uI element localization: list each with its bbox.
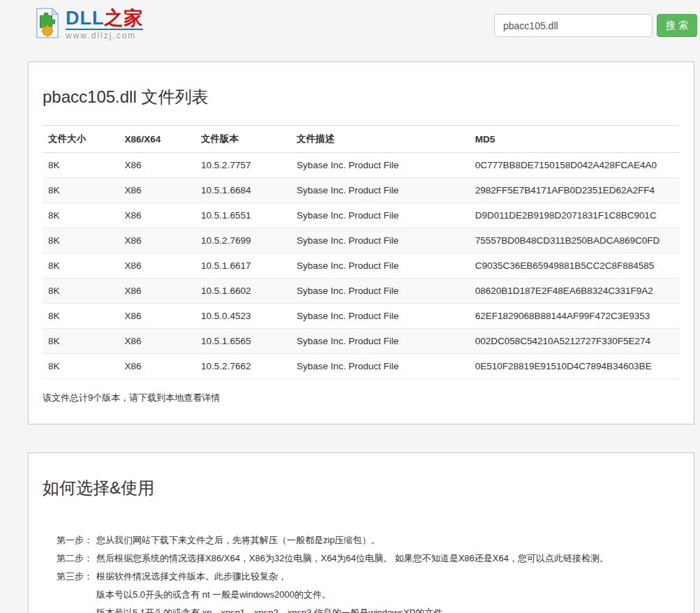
cell-md5: 002DC058C54210A5212727F330F5E274 xyxy=(470,329,680,354)
logo-dll-text: DLL xyxy=(66,8,104,29)
cell-md5: D9D011DE2B9198D2071831F1C8BC901C xyxy=(470,203,680,228)
table-row: 8K X86 10.5.1.6602 Sybase Inc. Product F… xyxy=(43,279,680,304)
site-header: DLL之家 www.dllzj.com 搜 索 xyxy=(0,0,700,61)
column-header-md5: MD5 xyxy=(470,126,680,153)
step-row: 第一步： 您从我们网站下载下来文件之后，先将其解压（一般都是zip压缩包）。 xyxy=(57,531,680,549)
table-row: 8K X86 10.5.2.7757 Sybase Inc. Product F… xyxy=(43,153,680,178)
cell-file-description: Sybase Inc. Product File xyxy=(291,304,470,329)
column-header-arch: X86/X64 xyxy=(119,126,196,153)
cell-file-version: 10.5.1.6602 xyxy=(195,279,291,304)
file-list-card: pbacc105.dll 文件列表 文件大小 X86/X64 文件版本 文件描述… xyxy=(28,61,694,424)
cell-file-description: Sybase Inc. Product File xyxy=(291,153,470,178)
cell-file-version: 10.5.1.6551 xyxy=(195,203,291,228)
column-header-file-version: 文件版本 xyxy=(195,126,291,153)
search-input[interactable] xyxy=(494,14,653,37)
cell-file-version: 10.5.2.7662 xyxy=(195,354,291,379)
step-text: 版本号以5.0开头的或含有 nt 一般是windows2000的文件。 xyxy=(96,586,680,604)
cell-file-size: 8K xyxy=(43,228,119,253)
table-row: 8K X86 10.5.2.7662 Sybase Inc. Product F… xyxy=(43,354,680,379)
cell-arch: X86 xyxy=(119,253,196,279)
logo-site-url: www.dllzj.com xyxy=(66,29,143,40)
usage-card: 如何选择&使用 第一步： 您从我们网站下载下来文件之后，先将其解压（一般都是zi… xyxy=(28,452,694,613)
page-title: pbacc105.dll 文件列表 xyxy=(43,62,680,108)
step-text: 根据软件情况选择文件版本。此步骤比较复杂， xyxy=(96,568,680,586)
table-row: 8K X86 10.5.0.4523 Sybase Inc. Product F… xyxy=(43,304,680,329)
dll-file-icon xyxy=(33,7,60,42)
cell-arch: X86 xyxy=(119,228,196,253)
cell-md5: C9035C36EB65949881B5CC2C8F884585 xyxy=(470,253,680,279)
table-row: 8K X86 10.5.1.6684 Sybase Inc. Product F… xyxy=(43,178,680,203)
cell-file-size: 8K xyxy=(43,253,119,279)
logo-title: DLL之家 xyxy=(66,8,143,28)
cell-arch: X86 xyxy=(119,354,196,379)
table-row: 8K X86 10.5.1.6551 Sybase Inc. Product F… xyxy=(43,203,680,228)
cell-file-size: 8K xyxy=(43,203,119,228)
table-row: 8K X86 10.5.1.6617 Sybase Inc. Product F… xyxy=(43,253,680,279)
cell-file-description: Sybase Inc. Product File xyxy=(291,203,470,228)
cell-file-size: 8K xyxy=(43,304,119,329)
step-text: 版本号以5.1开头的或含有 xp、xpsp1、xpsp2、xpsp3 信息的一般… xyxy=(96,604,680,613)
step-label: 第三步： xyxy=(57,568,96,586)
cell-arch: X86 xyxy=(119,153,196,178)
step-label xyxy=(57,604,96,613)
cell-file-description: Sybase Inc. Product File xyxy=(291,178,470,203)
table-row: 8K X86 10.5.2.7699 Sybase Inc. Product F… xyxy=(43,228,680,253)
step-text: 然后根据您系统的情况选择X86/X64，X86为32位电脑，X64为64位电脑。… xyxy=(96,549,680,568)
step-row: 版本号以5.1开头的或含有 xp、xpsp1、xpsp2、xpsp3 信息的一般… xyxy=(57,604,680,613)
cell-file-version: 10.5.2.7757 xyxy=(195,153,291,178)
usage-steps: 第一步： 您从我们网站下载下来文件之后，先将其解压（一般都是zip压缩包）。 第… xyxy=(57,531,680,613)
cell-arch: X86 xyxy=(119,329,196,354)
cell-arch: X86 xyxy=(119,279,196,304)
column-header-file-description: 文件描述 xyxy=(291,126,470,153)
cell-md5: 08620B1D187E2F48EA6B8324C331F9A2 xyxy=(470,279,680,304)
logo-home-text: 之家 xyxy=(104,8,143,29)
cell-file-version: 10.5.2.7699 xyxy=(195,228,291,253)
search-area: 搜 索 xyxy=(494,14,697,37)
usage-title: 如何选择&使用 xyxy=(43,453,680,499)
search-button[interactable]: 搜 索 xyxy=(657,14,697,37)
cell-file-size: 8K xyxy=(43,354,119,379)
cell-file-version: 10.5.1.6617 xyxy=(195,253,291,279)
cell-file-description: Sybase Inc. Product File xyxy=(291,228,470,253)
step-row: 第三步： 根据软件情况选择文件版本。此步骤比较复杂， xyxy=(57,568,680,586)
cell-file-description: Sybase Inc. Product File xyxy=(291,354,470,379)
cell-file-version: 10.5.0.4523 xyxy=(195,304,291,329)
cell-md5: 62EF1829068B88144AF99F472C3E9353 xyxy=(470,304,680,329)
table-row: 8K X86 10.5.1.6565 Sybase Inc. Product F… xyxy=(43,329,680,354)
cell-arch: X86 xyxy=(119,178,196,203)
table-header-row: 文件大小 X86/X64 文件版本 文件描述 MD5 xyxy=(43,126,680,153)
cell-md5: 0E510F28819E91510D4C7894B34603BE xyxy=(470,354,680,379)
column-header-file-size: 文件大小 xyxy=(43,126,119,153)
cell-file-size: 8K xyxy=(43,153,119,178)
step-label: 第二步： xyxy=(57,549,96,568)
site-logo-link[interactable]: DLL之家 www.dllzj.com xyxy=(33,7,143,42)
cell-md5: 0C777BB8DE7150158D042A428FCAE4A0 xyxy=(470,153,680,178)
step-row: 第二步： 然后根据您系统的情况选择X86/X64，X86为32位电脑，X64为6… xyxy=(57,549,680,568)
step-text: 您从我们网站下载下来文件之后，先将其解压（一般都是zip压缩包）。 xyxy=(96,531,680,549)
cell-file-description: Sybase Inc. Product File xyxy=(291,253,470,279)
cell-file-description: Sybase Inc. Product File xyxy=(291,279,470,304)
step-label xyxy=(57,586,96,604)
cell-arch: X86 xyxy=(119,304,196,329)
file-table-body: 8K X86 10.5.2.7757 Sybase Inc. Product F… xyxy=(43,153,680,379)
cell-file-version: 10.5.1.6565 xyxy=(195,329,291,354)
step-row: 版本号以5.0开头的或含有 nt 一般是windows2000的文件。 xyxy=(57,586,680,604)
file-table: 文件大小 X86/X64 文件版本 文件描述 MD5 8K X86 10.5.2… xyxy=(43,125,680,379)
cell-file-size: 8K xyxy=(43,329,119,354)
version-count-note: 该文件总计9个版本，请下载到本地查看详情 xyxy=(43,392,680,404)
step-label: 第一步： xyxy=(57,531,96,549)
cell-file-size: 8K xyxy=(43,279,119,304)
cell-md5: 2982FF5E7B4171AFB0D2351ED62A2FF4 xyxy=(470,178,680,203)
cell-md5: 75557BD0B48CD311B250BADCA869C0FD xyxy=(470,228,680,253)
cell-file-size: 8K xyxy=(43,178,119,203)
cell-file-description: Sybase Inc. Product File xyxy=(291,329,470,354)
cell-file-version: 10.5.1.6684 xyxy=(195,178,291,203)
cell-arch: X86 xyxy=(119,203,196,228)
